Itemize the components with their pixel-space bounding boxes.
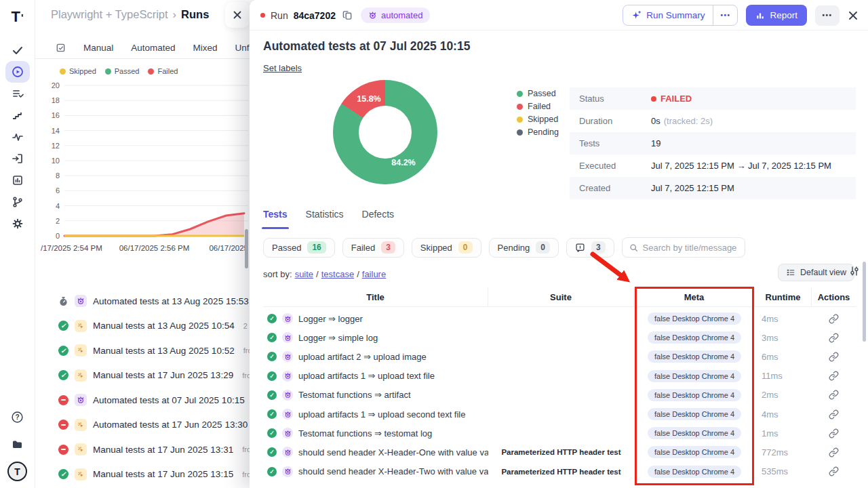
run-list-item[interactable]: Automated tests at 07 Jul 2025 10:15 — [35, 388, 250, 413]
link-icon[interactable] — [829, 428, 839, 439]
detail-tab[interactable]: Statistics — [306, 207, 344, 229]
run-filter-tab[interactable]: Unfini — [235, 43, 250, 53]
link-icon[interactable] — [829, 466, 839, 476]
search-input[interactable] — [643, 243, 738, 253]
sort-by-suite-link[interactable]: suite — [295, 269, 313, 279]
bar-chart-icon — [755, 11, 765, 20]
more-options-button[interactable]: ••• — [815, 5, 840, 26]
run-filter-tab[interactable]: Automated — [131, 43, 175, 53]
automated-tag: automated — [361, 7, 430, 23]
link-icon[interactable] — [829, 333, 839, 343]
comment-icon — [575, 243, 585, 253]
run-list-item[interactable]: Automated tests at 17 Jun 2025 13:30 — [35, 413, 250, 438]
sidebar-item-settings[interactable] — [5, 213, 30, 235]
test-row[interactable]: should send header X-Header-One with val… — [263, 443, 856, 462]
link-icon[interactable] — [829, 390, 839, 400]
passed-icon — [267, 333, 277, 342]
account-avatar[interactable]: T — [7, 462, 27, 481]
drawer-scrollbar[interactable] — [245, 229, 248, 268]
test-row[interactable]: upload artifact 2 ⇒ upload image false D… — [263, 347, 856, 366]
run-id: 84ca7202 — [294, 10, 336, 21]
run-status-icon — [58, 395, 68, 405]
run-list-item[interactable]: Manual tests at 17 Jun 2025 13:31 from — [35, 437, 250, 462]
column-header-meta: Meta — [634, 287, 755, 306]
run-summary-table: Status FAILED Duration 0s(tracked: 2s) T… — [570, 87, 856, 199]
automated-icon — [282, 332, 293, 343]
link-icon[interactable] — [829, 352, 839, 362]
legend-dot — [60, 68, 66, 75]
comments-filter-pill[interactable]: 3 — [566, 238, 614, 258]
close-icon — [848, 10, 859, 21]
test-row[interactable]: Logger ⇒ logger false Desktop Chrome 4 4… — [263, 309, 856, 328]
close-drawer-button[interactable] — [225, 2, 250, 28]
status-filter-pill[interactable]: Passed 16 — [263, 238, 335, 258]
manual-icon — [77, 445, 85, 453]
run-list-item[interactable]: Manual tests at 17 Jun 2025 13:29 from — [35, 363, 250, 388]
run-list-item[interactable]: Manual tests at 13 Aug 2025 10:52 from — [35, 338, 250, 363]
run-filter-tab[interactable]: Mixed — [193, 43, 218, 53]
run-summary-button[interactable]: Run Summary — [623, 5, 713, 25]
panel-scrollbar[interactable] — [863, 262, 866, 342]
select-runs-icon[interactable] — [56, 43, 66, 53]
sidebar-item-analytics[interactable] — [5, 126, 30, 148]
sidebar-item-tests[interactable] — [5, 39, 30, 61]
link-icon[interactable] — [829, 447, 839, 458]
legend-dot — [105, 68, 111, 75]
passed-icon — [267, 409, 277, 419]
set-labels-link[interactable]: Set labels — [263, 63, 302, 73]
automated-icon — [282, 371, 293, 382]
sort-by-testcase-link[interactable]: testcase — [321, 269, 354, 279]
copy-icon[interactable] — [342, 10, 353, 20]
test-row[interactable]: upload artifacts 1 ⇒ upload text file fa… — [263, 367, 856, 386]
manual-icon — [77, 346, 85, 354]
test-row[interactable]: should send header X-Header-Two with val… — [263, 462, 856, 481]
help-icon[interactable]: ? — [5, 406, 30, 428]
svg-text:0: 0 — [56, 232, 60, 240]
report-button[interactable]: Report — [746, 5, 807, 26]
sort-by-failure-link[interactable]: failure — [362, 269, 386, 279]
sidebar-item-test-plans[interactable] — [5, 83, 30, 104]
test-row[interactable]: Testomat functions ⇒ testomat log false … — [263, 424, 856, 443]
column-header-title: Title — [263, 287, 488, 306]
sidebar-item-branches[interactable] — [5, 191, 30, 213]
legend-dot — [148, 68, 154, 75]
status-filter-pill[interactable]: Pending 0 — [489, 238, 559, 258]
close-panel-button[interactable] — [848, 10, 859, 21]
default-view-button[interactable]: Default view — [778, 264, 854, 281]
test-row[interactable]: Testomat functions ⇒ artifact false Desk… — [263, 386, 856, 405]
library-folder-icon[interactable] — [5, 434, 30, 455]
test-row[interactable]: upload artifacts 1 ⇒ upload second text … — [263, 405, 856, 424]
link-icon[interactable] — [829, 371, 839, 381]
tests-table-header: Title Suite Meta Runtime Actions — [263, 287, 856, 307]
sidebar-item-reports[interactable] — [5, 169, 30, 191]
legend-dot — [517, 91, 523, 97]
run-status-icon — [58, 346, 68, 356]
sparkles-icon — [631, 10, 642, 20]
detail-tabs: TestsStatisticsDefects — [263, 207, 394, 229]
sidebar-item-milestones[interactable] — [5, 104, 30, 126]
detail-tab[interactable]: Tests — [263, 207, 288, 229]
run-list-item[interactable]: Automated tests at 13 Aug 2025 15:53 — [35, 289, 250, 314]
report-chart-icon — [12, 174, 24, 186]
link-icon[interactable] — [829, 409, 839, 420]
run-status-icon — [58, 296, 68, 306]
status-filter-pill[interactable]: Failed 3 — [342, 238, 404, 258]
manual-icon — [77, 470, 85, 479]
run-list-item[interactable]: Manual tests at 13 Aug 2025 10:54 2 — [35, 314, 250, 339]
run-type-icon — [75, 468, 87, 481]
sidebar-item-runs[interactable] — [5, 61, 30, 83]
svg-text:/17/2025 2:54 PM: /17/2025 2:54 PM — [41, 244, 102, 252]
link-icon[interactable] — [829, 314, 839, 324]
view-settings-sliders-icon[interactable] — [849, 266, 860, 277]
detail-tab[interactable]: Defects — [362, 207, 394, 229]
search-icon — [629, 243, 638, 252]
run-filter-tab[interactable]: Manual — [83, 43, 113, 53]
count-badge: 0 — [536, 241, 550, 253]
run-list-item[interactable]: Manual tests at 17 Jun 2025 13:15 from — [35, 462, 250, 487]
run-detail-panel: Run 84ca7202 automated Run Summary ••• R… — [250, 0, 868, 488]
test-row[interactable]: Logger ⇒ simple log false Desktop Chrome… — [263, 328, 856, 347]
legend-dot — [517, 129, 523, 136]
sidebar-item-imports[interactable] — [5, 148, 30, 169]
status-filter-pill[interactable]: Skipped 0 — [412, 238, 481, 258]
run-summary-more-button[interactable]: ••• — [713, 5, 737, 25]
